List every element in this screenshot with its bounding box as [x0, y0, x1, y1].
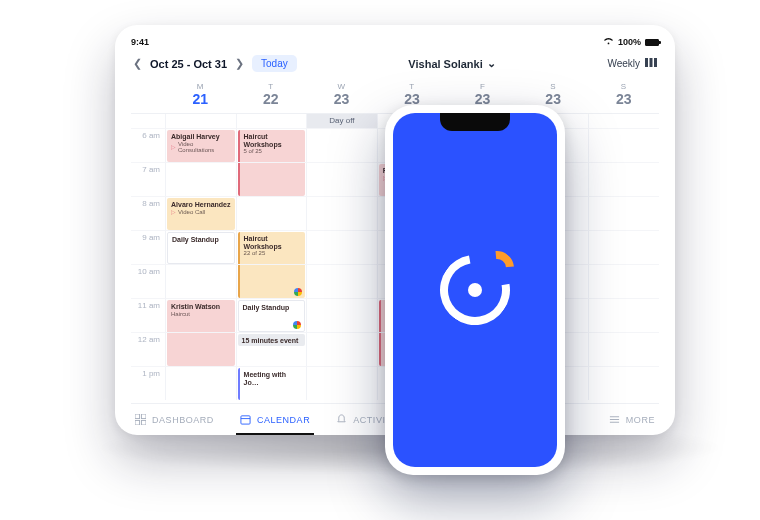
time-slot[interactable] — [236, 196, 307, 230]
prev-week-button[interactable]: ❮ — [133, 57, 142, 70]
hour-label: 9 am — [131, 230, 165, 264]
video-icon: ▷ — [171, 144, 176, 151]
time-slot[interactable]: Daily Standup — [236, 298, 307, 332]
calendar-event[interactable]: Daily Standup — [238, 300, 306, 332]
calendar-event[interactable]: Meeting with Jo… — [238, 368, 306, 400]
view-mode-label: Weekly — [607, 58, 640, 69]
time-slot[interactable] — [236, 162, 307, 196]
time-slot[interactable] — [306, 196, 377, 230]
weekday-col[interactable]: T22 — [236, 78, 307, 113]
svg-rect-5 — [135, 420, 140, 425]
dashboard-icon — [135, 414, 146, 425]
svg-rect-4 — [141, 414, 146, 419]
phone-notch — [440, 113, 510, 131]
time-slot[interactable]: 15 minutes event — [236, 332, 307, 366]
time-slot[interactable] — [165, 162, 236, 196]
calendar-event[interactable]: 15 minutes event — [238, 334, 306, 346]
time-slot[interactable] — [588, 162, 659, 196]
event-title: Meeting with Jo… — [244, 371, 302, 386]
time-slot[interactable] — [588, 128, 659, 162]
nav-label: DASHBOARD — [152, 415, 214, 425]
event-subtitle: 5 of 25 — [244, 148, 302, 155]
event-subtitle: 22 of 25 — [244, 250, 302, 257]
nav-dashboard[interactable]: DASHBOARD — [135, 414, 214, 425]
date-range[interactable]: Oct 25 - Oct 31 — [150, 58, 227, 70]
time-slot[interactable]: Kristin WatsonHaircut — [165, 298, 236, 332]
event-title: Abigail Harvey — [171, 133, 231, 141]
time-slot[interactable] — [236, 264, 307, 298]
weekday-col[interactable]: S23 — [588, 78, 659, 113]
hour-label: 6 am — [131, 128, 165, 162]
time-slot[interactable]: Alvaro Hernandez▷Video Call — [165, 196, 236, 230]
time-slot[interactable] — [165, 332, 236, 366]
phone-device — [385, 105, 565, 475]
time-slot[interactable] — [306, 298, 377, 332]
svg-rect-2 — [654, 58, 657, 67]
event-title: Haircut Workshops — [244, 133, 302, 148]
weekday-col[interactable]: M21 — [165, 78, 236, 113]
time-slot[interactable] — [306, 230, 377, 264]
svg-rect-3 — [135, 414, 140, 419]
event-title: Haircut Workshops — [244, 235, 302, 250]
time-slot[interactable] — [306, 366, 377, 400]
nav-label: MORE — [626, 415, 655, 425]
battery-icon — [645, 39, 659, 46]
time-slot[interactable] — [306, 332, 377, 366]
calendar-header: ❮ Oct 25 - Oct 31 ❯ Today Vishal Solanki… — [131, 49, 659, 78]
wifi-icon — [603, 37, 614, 47]
time-slot[interactable]: Haircut Workshops5 of 25 — [236, 128, 307, 162]
time-slot[interactable] — [588, 230, 659, 264]
today-button[interactable]: Today — [252, 55, 297, 72]
svg-rect-7 — [241, 416, 250, 424]
user-selector-label: Vishal Solanki — [408, 58, 482, 70]
event-subtitle: ▷Video Consultations — [171, 141, 231, 154]
hour-label: 11 am — [131, 298, 165, 332]
bell-icon — [336, 414, 347, 425]
time-slot[interactable] — [306, 128, 377, 162]
nav-label: CALENDAR — [257, 415, 310, 425]
calendar-event[interactable]: Abigail Harvey▷Video Consultations — [167, 130, 235, 162]
view-mode-icon — [645, 58, 657, 69]
view-mode-selector[interactable]: Weekly — [607, 58, 657, 69]
event-subtitle: Haircut — [171, 311, 231, 318]
weekday-col[interactable]: W23 — [306, 78, 377, 113]
next-week-button[interactable]: ❯ — [235, 57, 244, 70]
time-slot[interactable] — [306, 162, 377, 196]
time-slot[interactable]: Abigail Harvey▷Video Consultations — [165, 128, 236, 162]
google-icon — [293, 321, 301, 329]
hour-label: 1 pm — [131, 366, 165, 400]
app-logo-icon — [440, 255, 510, 325]
time-slot[interactable] — [165, 264, 236, 298]
hour-label: 12 am — [131, 332, 165, 366]
time-slot[interactable]: Meeting with Jo… — [236, 366, 307, 400]
time-slot[interactable] — [588, 264, 659, 298]
time-slot[interactable] — [165, 366, 236, 400]
hour-label: 8 am — [131, 196, 165, 230]
svg-rect-0 — [645, 58, 648, 67]
calendar-event[interactable]: Alvaro Hernandez▷Video Call — [167, 198, 235, 230]
nav-more[interactable]: MORE — [609, 414, 655, 425]
event-title: Daily Standup — [243, 304, 301, 312]
battery-percent: 100% — [618, 37, 641, 47]
hour-label: 7 am — [131, 162, 165, 196]
time-slot[interactable] — [588, 196, 659, 230]
nav-calendar[interactable]: CALENDAR — [240, 414, 310, 425]
time-slot[interactable] — [588, 366, 659, 400]
hour-label: 10 am — [131, 264, 165, 298]
video-icon: ▷ — [171, 209, 176, 216]
status-time: 9:41 — [131, 37, 149, 47]
hamburger-icon — [609, 414, 620, 425]
chevron-down-icon: ⌄ — [487, 57, 496, 70]
time-slot[interactable]: Haircut Workshops22 of 25 — [236, 230, 307, 264]
weekday-header: M21 T22 W23 T23 F23 S23 S23 — [131, 78, 659, 114]
time-slot[interactable] — [588, 298, 659, 332]
time-slot[interactable] — [306, 264, 377, 298]
svg-rect-1 — [649, 58, 652, 67]
allday-event[interactable]: Day off — [306, 114, 377, 128]
time-slot[interactable]: Daily Standup — [165, 230, 236, 264]
calendar-event[interactable]: Daily Standup — [167, 232, 235, 264]
event-title: Daily Standup — [172, 236, 230, 244]
event-title: Alvaro Hernandez — [171, 201, 231, 209]
time-slot[interactable] — [588, 332, 659, 366]
user-selector[interactable]: Vishal Solanki ⌄ — [408, 57, 495, 70]
